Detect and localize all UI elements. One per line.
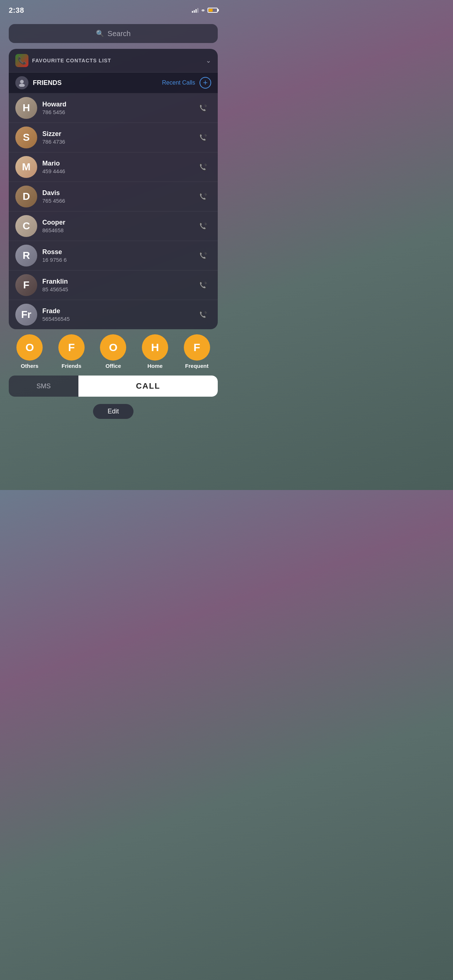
contact-row[interactable]: S Sizzer 786 4736 bbox=[9, 123, 218, 153]
contact-avatar: M bbox=[15, 156, 37, 178]
contact-phone: 565456545 bbox=[42, 316, 190, 322]
contact-row[interactable]: H Howard 786 5456 bbox=[9, 93, 218, 123]
contact-name: Mario bbox=[42, 160, 190, 167]
call-contact-button[interactable] bbox=[195, 277, 211, 293]
tab-circle-friends: F bbox=[58, 334, 85, 361]
add-contact-button[interactable]: + bbox=[199, 77, 211, 89]
call-contact-button[interactable] bbox=[195, 100, 211, 116]
tab-item-home[interactable]: H Home bbox=[142, 334, 168, 369]
sms-button[interactable]: SMS bbox=[9, 375, 78, 397]
bottom-tabs: O Others F Friends O Office H Home F Fre… bbox=[9, 334, 218, 369]
contact-phone: 786 4736 bbox=[42, 138, 190, 145]
call-contact-button[interactable] bbox=[195, 159, 211, 175]
contact-phone: 765 4566 bbox=[42, 197, 190, 204]
main-card: 📞 FAVOURITE CONTACTS LIST ⌄ FRIENDS Rece… bbox=[9, 49, 218, 329]
status-time: 2:38 bbox=[9, 6, 24, 14]
contact-name: Rosse bbox=[42, 248, 190, 256]
signal-bars-icon bbox=[192, 8, 198, 13]
contact-name: Howard bbox=[42, 100, 190, 108]
contact-name: Sizzer bbox=[42, 130, 190, 138]
contact-row[interactable]: R Rosse 16 9756 6 bbox=[9, 241, 218, 270]
search-bar[interactable]: 🔍 Search bbox=[9, 24, 218, 43]
contact-name: Franklin bbox=[42, 278, 190, 285]
tab-label-home: Home bbox=[147, 363, 163, 369]
search-container: 🔍 Search bbox=[0, 18, 226, 49]
edit-button-wrap: Edit bbox=[0, 404, 226, 419]
search-placeholder: Search bbox=[108, 30, 131, 38]
status-bar: 2:38 ⚭ bbox=[0, 0, 226, 18]
contact-row[interactable]: D Davis 765 4566 bbox=[9, 182, 218, 212]
contact-row[interactable]: M Mario 459 4446 bbox=[9, 153, 218, 182]
contact-row[interactable]: C Cooper 8654658 bbox=[9, 212, 218, 241]
contact-info: Franklin 85 456545 bbox=[42, 278, 190, 293]
call-contact-button[interactable] bbox=[195, 218, 211, 234]
contact-avatar: H bbox=[15, 97, 37, 119]
contact-phone: 8654658 bbox=[42, 227, 190, 233]
recent-calls-button[interactable]: Recent Calls bbox=[162, 80, 195, 86]
battery-icon bbox=[207, 8, 218, 13]
action-row: SMS CALL bbox=[9, 375, 218, 397]
link-icon: ⚭ bbox=[201, 7, 205, 14]
contact-name: Cooper bbox=[42, 219, 190, 226]
contact-info: Cooper 8654658 bbox=[42, 219, 190, 233]
contact-info: Mario 459 4446 bbox=[42, 160, 190, 174]
favourite-contacts-title: FAVOURITE CONTACTS LIST bbox=[32, 57, 202, 64]
contact-avatar: S bbox=[15, 127, 37, 148]
contact-phone: 85 456545 bbox=[42, 286, 190, 293]
search-icon: 🔍 bbox=[96, 30, 104, 38]
tab-item-office[interactable]: O Office bbox=[100, 334, 126, 369]
svg-point-1 bbox=[19, 84, 25, 87]
tab-circle-home: H bbox=[142, 334, 168, 361]
chevron-down-icon[interactable]: ⌄ bbox=[206, 57, 211, 65]
tab-circle-office: O bbox=[100, 334, 126, 361]
status-icons: ⚭ bbox=[192, 7, 218, 14]
contact-avatar: R bbox=[15, 245, 37, 267]
tab-item-frequent[interactable]: F Frequent bbox=[184, 334, 210, 369]
group-name: FRIENDS bbox=[33, 79, 158, 87]
call-contact-button[interactable] bbox=[195, 129, 211, 145]
call-contact-button[interactable] bbox=[195, 248, 211, 264]
contact-avatar: F bbox=[15, 274, 37, 296]
tab-label-others: Others bbox=[21, 363, 38, 369]
contact-name: Frade bbox=[42, 307, 190, 315]
call-button[interactable]: CALL bbox=[78, 375, 218, 397]
tab-item-others[interactable]: O Others bbox=[16, 334, 43, 369]
tab-item-friends[interactable]: F Friends bbox=[58, 334, 85, 369]
contact-avatar: D bbox=[15, 186, 37, 207]
group-row: FRIENDS Recent Calls + bbox=[9, 73, 218, 93]
group-avatar-icon bbox=[15, 76, 29, 89]
contact-avatar: Fr bbox=[15, 304, 37, 326]
contact-info: Davis 765 4566 bbox=[42, 189, 190, 204]
contact-phone: 786 5456 bbox=[42, 109, 190, 115]
contact-info: Howard 786 5456 bbox=[42, 100, 190, 115]
edit-button[interactable]: Edit bbox=[93, 404, 134, 419]
call-contact-button[interactable] bbox=[195, 188, 211, 205]
app-icon: 📞 bbox=[15, 54, 29, 67]
tab-label-frequent: Frequent bbox=[185, 363, 209, 369]
tab-circle-others: O bbox=[16, 334, 43, 361]
contact-info: Rosse 16 9756 6 bbox=[42, 248, 190, 263]
contact-avatar: C bbox=[15, 215, 37, 237]
contact-phone: 459 4446 bbox=[42, 168, 190, 174]
contact-info: Frade 565456545 bbox=[42, 307, 190, 322]
favourite-contacts-header[interactable]: 📞 FAVOURITE CONTACTS LIST ⌄ bbox=[9, 49, 218, 73]
tab-label-office: Office bbox=[105, 363, 121, 369]
svg-point-0 bbox=[20, 80, 24, 83]
contact-row[interactable]: Fr Frade 565456545 bbox=[9, 300, 218, 329]
contact-name: Davis bbox=[42, 189, 190, 197]
contact-row[interactable]: F Franklin 85 456545 bbox=[9, 270, 218, 300]
call-contact-button[interactable] bbox=[195, 307, 211, 323]
tab-label-friends: Friends bbox=[62, 363, 81, 369]
contact-info: Sizzer 786 4736 bbox=[42, 130, 190, 145]
contact-phone: 16 9756 6 bbox=[42, 257, 190, 263]
tab-circle-frequent: F bbox=[184, 334, 210, 361]
contact-list: H Howard 786 5456 S Sizzer 786 4736 bbox=[9, 93, 218, 329]
